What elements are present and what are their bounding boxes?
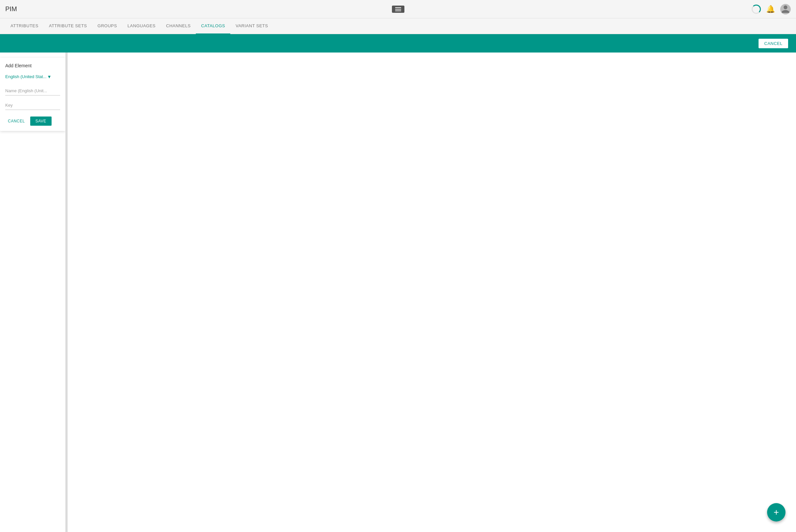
hamburger-icon [395, 7, 401, 11]
tab-variant-sets[interactable]: VARIANT SETS [230, 18, 273, 34]
nav-tabs: ATTRIBUTES ATTRIBUTE SETS GROUPS LANGUAG… [0, 18, 796, 34]
language-dropdown-label: English (United Stat... [5, 74, 47, 79]
key-field-container [5, 101, 60, 110]
tab-channels[interactable]: CHANNELS [161, 18, 196, 34]
tab-attribute-sets[interactable]: ATTRIBUTE SETS [44, 18, 92, 34]
right-panel [68, 53, 796, 532]
add-element-card: Add Element English (United Stat... ▾ CA… [0, 58, 66, 131]
header-left: PIM [5, 5, 17, 13]
add-element-title: Add Element [5, 63, 60, 68]
user-avatar[interactable] [780, 4, 791, 15]
tab-attributes[interactable]: ATTRIBUTES [5, 18, 44, 34]
header: PIM 🔔 [0, 0, 796, 18]
language-dropdown[interactable]: English (United Stat... ▾ [5, 74, 60, 80]
loading-spinner [752, 5, 761, 14]
toolbar: CANCEL [0, 34, 796, 53]
app-title: PIM [5, 5, 17, 13]
chevron-down-icon: ▾ [48, 74, 51, 80]
left-panel: Add Element English (United Stat... ▾ CA… [0, 53, 66, 532]
tab-catalogs[interactable]: CATALOGS [196, 18, 230, 34]
form-actions: CANCEL SAVE [5, 116, 60, 126]
plus-icon: + [774, 507, 779, 517]
notification-bell-icon[interactable]: 🔔 [766, 5, 775, 14]
name-input[interactable] [5, 86, 60, 95]
main-content: Add Element English (United Stat... ▾ CA… [0, 53, 796, 532]
add-fab-button[interactable]: + [767, 503, 785, 521]
cancel-button[interactable]: CANCEL [5, 117, 28, 126]
key-input[interactable] [5, 101, 60, 110]
save-button[interactable]: SAVE [30, 116, 52, 126]
tab-languages[interactable]: LANGUAGES [122, 18, 161, 34]
tab-groups[interactable]: GROUPS [92, 18, 122, 34]
header-center [392, 5, 404, 13]
toolbar-cancel-button[interactable]: CANCEL [759, 39, 788, 48]
name-field-container [5, 86, 60, 95]
hamburger-button[interactable] [392, 5, 404, 13]
header-right: 🔔 [752, 4, 791, 15]
